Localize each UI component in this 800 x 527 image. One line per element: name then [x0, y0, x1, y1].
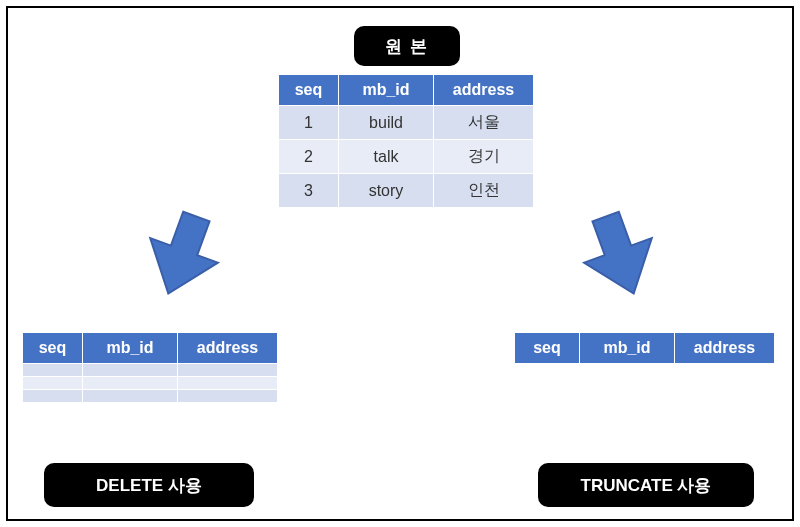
table-header-row: seq mb_id address — [515, 333, 775, 364]
cell — [178, 377, 278, 390]
table-header-row: seq mb_id address — [279, 75, 534, 106]
cell — [83, 364, 178, 377]
cell — [178, 390, 278, 403]
svg-marker-1 — [572, 208, 668, 304]
delete-label: DELETE 사용 — [44, 463, 254, 507]
cell: build — [339, 106, 434, 140]
cell — [23, 364, 83, 377]
table-row — [23, 364, 278, 377]
cell — [83, 377, 178, 390]
col-mb-id: mb_id — [83, 333, 178, 364]
col-address: address — [178, 333, 278, 364]
truncate-label: TRUNCATE 사용 — [538, 463, 754, 507]
col-mb-id: mb_id — [580, 333, 675, 364]
col-seq: seq — [23, 333, 83, 364]
cell: 2 — [279, 140, 339, 174]
table-header-row: seq mb_id address — [23, 333, 278, 364]
cell — [23, 390, 83, 403]
original-label: 원 본 — [354, 26, 460, 66]
table-row: 3 story 인천 — [279, 174, 534, 208]
col-mb-id: mb_id — [339, 75, 434, 106]
cell: story — [339, 174, 434, 208]
delete-result-table: seq mb_id address — [22, 332, 278, 403]
cell: 인천 — [434, 174, 534, 208]
cell: 3 — [279, 174, 339, 208]
cell: talk — [339, 140, 434, 174]
col-seq: seq — [279, 75, 339, 106]
cell: 1 — [279, 106, 339, 140]
cell — [83, 390, 178, 403]
table-row — [23, 390, 278, 403]
col-address: address — [675, 333, 775, 364]
cell: 경기 — [434, 140, 534, 174]
diagram-frame: 원 본 seq mb_id address 1 build 서울 2 talk … — [6, 6, 794, 521]
arrow-down-right-icon — [572, 208, 668, 304]
cell — [23, 377, 83, 390]
truncate-result-table: seq mb_id address — [514, 332, 775, 364]
col-seq: seq — [515, 333, 580, 364]
arrow-down-left-icon — [134, 208, 230, 304]
col-address: address — [434, 75, 534, 106]
table-row: 1 build 서울 — [279, 106, 534, 140]
table-row: 2 talk 경기 — [279, 140, 534, 174]
svg-marker-0 — [134, 208, 230, 304]
original-table: seq mb_id address 1 build 서울 2 talk 경기 3… — [278, 74, 534, 208]
table-row — [23, 377, 278, 390]
cell — [178, 364, 278, 377]
cell: 서울 — [434, 106, 534, 140]
